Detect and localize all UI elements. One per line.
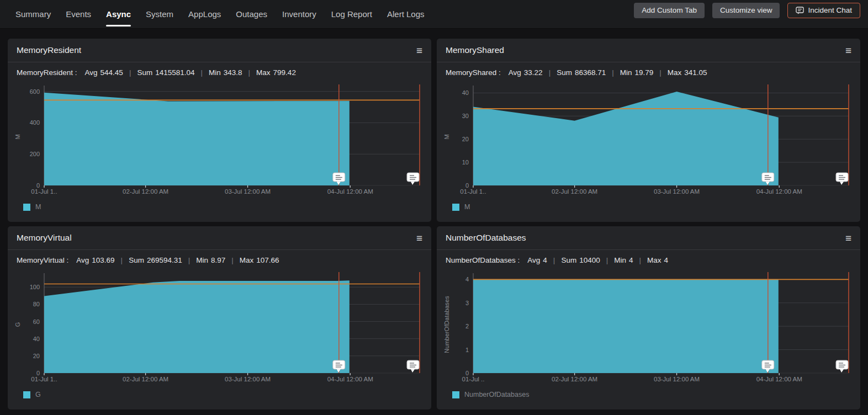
chart-legend[interactable]: NumberOfDatabases xyxy=(437,391,860,398)
svg-text:40: 40 xyxy=(33,336,40,342)
stats-separator: | xyxy=(612,68,614,77)
stats-separator: | xyxy=(121,256,123,264)
svg-text:01-Jul 1..: 01-Jul 1.. xyxy=(31,188,57,195)
svg-text:40: 40 xyxy=(462,89,469,96)
area-chart[interactable]: 0123401-Jul ..02-Jul 12:00 AM03-Jul 12:0… xyxy=(442,272,853,389)
stat-value: 86368.71 xyxy=(575,68,606,77)
stat-sum: Sum10400 xyxy=(561,256,600,264)
svg-text:600: 600 xyxy=(30,88,40,95)
stat-value: 799.42 xyxy=(273,68,296,77)
stat-label: Min xyxy=(209,68,221,77)
tab-inventory[interactable]: Inventory xyxy=(282,0,316,28)
panel-menu-icon[interactable]: ≡ xyxy=(416,45,422,56)
svg-text:30: 30 xyxy=(462,113,469,119)
stat-max: Max107.66 xyxy=(240,256,279,264)
stats-metric-label: MemoryVirtual : xyxy=(17,256,68,264)
stats-metric-label: MemoryShared : xyxy=(446,68,501,77)
stat-label: Sum xyxy=(129,256,144,264)
stat-value: 341.05 xyxy=(684,68,707,77)
svg-text:100: 100 xyxy=(30,284,40,290)
legend-swatch xyxy=(452,204,459,211)
tab-alert-logs[interactable]: Alert Logs xyxy=(387,0,425,28)
stat-max: Max799.42 xyxy=(256,68,296,77)
stat-avg: Avg544.45 xyxy=(85,68,123,77)
area-chart[interactable]: 020040060001-Jul 1..02-Jul 12:00 AM03-Ju… xyxy=(13,84,424,201)
panel-header: MemoryVirtual ≡ xyxy=(8,226,431,249)
tab-log-report[interactable]: Log Report xyxy=(331,0,372,28)
stat-label: Max xyxy=(240,256,254,264)
legend-swatch xyxy=(23,391,30,398)
stat-label: Sum xyxy=(137,68,152,77)
panel-menu-icon[interactable]: ≡ xyxy=(845,233,851,243)
annotation-comment-icon xyxy=(407,173,419,185)
stat-label: Max xyxy=(668,68,682,77)
panel-number-of-databases: NumberOfDatabases ≡ NumberOfDatabases :A… xyxy=(437,226,860,409)
stats-separator: | xyxy=(549,68,551,77)
stat-label: Avg xyxy=(527,256,540,264)
svg-text:20: 20 xyxy=(462,136,469,142)
tab-outages[interactable]: Outages xyxy=(236,0,267,28)
svg-text:1: 1 xyxy=(465,347,469,353)
chart-legend[interactable]: G xyxy=(8,391,431,398)
nav-actions: Add Custom Tab Customize view Incident C… xyxy=(634,3,860,18)
stat-value: 8.97 xyxy=(211,256,225,264)
tab-events[interactable]: Events xyxy=(66,0,91,28)
annotation-comment-icon xyxy=(407,360,419,373)
svg-text:3: 3 xyxy=(465,300,469,306)
stat-min: Min4 xyxy=(614,256,633,264)
stat-label: Max xyxy=(647,256,661,264)
stat-label: Min xyxy=(614,256,626,264)
stats-metric-label: MemoryResident : xyxy=(17,68,77,77)
svg-text:M: M xyxy=(443,134,450,139)
stat-label: Max xyxy=(256,68,271,77)
svg-text:2: 2 xyxy=(465,323,469,329)
svg-text:20: 20 xyxy=(33,353,40,359)
tab-strip: Summary Events Async System AppLogs Outa… xyxy=(15,0,425,28)
svg-text:200: 200 xyxy=(30,151,40,157)
stat-max: Max341.05 xyxy=(668,68,707,77)
svg-text:02-Jul 12:00 AM: 02-Jul 12:00 AM xyxy=(123,188,168,195)
stat-min: Min8.97 xyxy=(196,256,225,264)
panel-title: MemoryShared xyxy=(446,45,504,55)
area-chart[interactable]: 02040608010001-Jul 1..02-Jul 12:00 AM03-… xyxy=(13,272,424,389)
stat-min: Min343.8 xyxy=(209,68,242,77)
stat-sum: Sum269594.31 xyxy=(129,256,182,264)
stats-row: NumberOfDatabases :Avg4|Sum10400|Min4|Ma… xyxy=(437,250,860,270)
stats-row: MemoryVirtual :Avg103.69|Sum269594.31|Mi… xyxy=(8,250,431,270)
panel-menu-icon[interactable]: ≡ xyxy=(416,233,422,243)
add-custom-tab-button[interactable]: Add Custom Tab xyxy=(634,3,705,18)
chart-legend[interactable]: M xyxy=(8,203,431,211)
panel-memory-shared: MemoryShared ≡ MemoryShared :Avg33.22|Su… xyxy=(437,39,860,222)
stat-value: 4 xyxy=(629,256,633,264)
stats-separator: | xyxy=(248,68,251,77)
tab-applogs[interactable]: AppLogs xyxy=(188,0,221,28)
svg-text:60: 60 xyxy=(33,318,40,325)
panel-menu-icon[interactable]: ≡ xyxy=(845,45,851,56)
stats-separator: | xyxy=(188,256,190,264)
svg-text:03-Jul 12:00 AM: 03-Jul 12:00 AM xyxy=(225,376,271,382)
tab-async[interactable]: Async xyxy=(106,0,131,28)
stat-label: Sum xyxy=(561,256,576,264)
incident-chat-button[interactable]: Incident Chat xyxy=(787,3,860,18)
area-chart[interactable]: 01020304001-Jul 1..02-Jul 12:00 AM03-Jul… xyxy=(442,84,853,201)
stat-value: 544.45 xyxy=(100,68,123,77)
svg-text:01-Jul 1..: 01-Jul 1.. xyxy=(31,376,57,382)
stat-min: Min19.79 xyxy=(620,68,654,77)
svg-text:80: 80 xyxy=(33,301,40,307)
svg-text:01-Jul ..: 01-Jul .. xyxy=(462,376,485,382)
chart-area[interactable]: 0123401-Jul ..02-Jul 12:00 AM03-Jul 12:0… xyxy=(437,270,860,389)
legend-label: G xyxy=(35,391,41,398)
chart-legend[interactable]: M xyxy=(437,203,860,211)
panel-title: MemoryVirtual xyxy=(17,233,72,243)
stat-value: 343.8 xyxy=(224,68,242,77)
svg-text:04-Jul 12:00 AM: 04-Jul 12:00 AM xyxy=(327,376,373,382)
svg-text:04-Jul 12:00 AM: 04-Jul 12:00 AM xyxy=(756,188,802,195)
chart-area[interactable]: 02040608010001-Jul 1..02-Jul 12:00 AM03-… xyxy=(8,270,431,389)
chart-area[interactable]: 01020304001-Jul 1..02-Jul 12:00 AM03-Jul… xyxy=(437,83,860,201)
tab-summary[interactable]: Summary xyxy=(15,0,51,28)
chart-area[interactable]: 020040060001-Jul 1..02-Jul 12:00 AM03-Ju… xyxy=(8,83,431,201)
svg-text:02-Jul 12:00 AM: 02-Jul 12:00 AM xyxy=(123,376,168,382)
customize-view-button[interactable]: Customize view xyxy=(712,3,780,18)
tab-system[interactable]: System xyxy=(146,0,173,28)
svg-text:02-Jul 12:00 AM: 02-Jul 12:00 AM xyxy=(552,188,597,195)
